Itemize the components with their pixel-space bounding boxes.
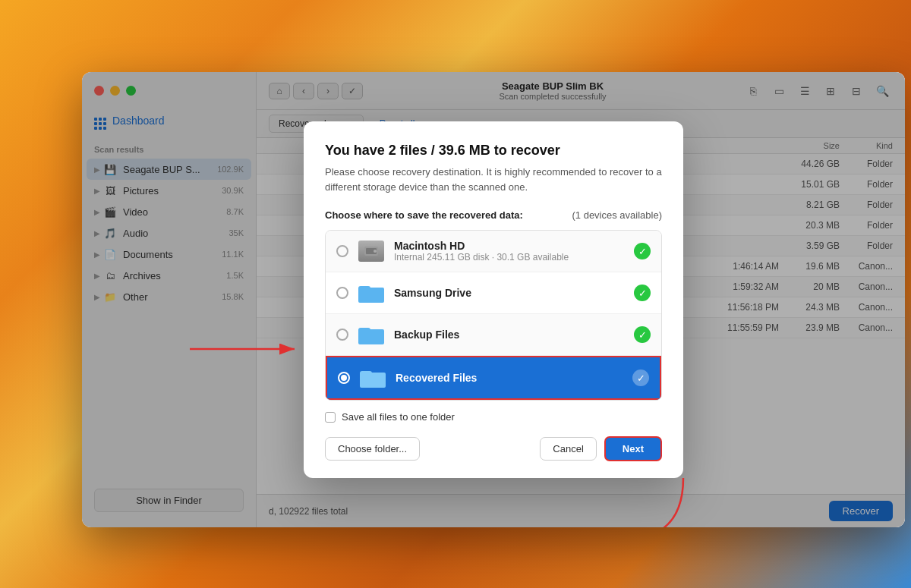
folder-icon — [358, 323, 385, 346]
left-arrow-annotation — [182, 334, 304, 364]
hd-icon — [358, 240, 385, 263]
modal-options: Save all files to one folder — [325, 411, 662, 423]
dest-info-samsung-drive: Samsung Drive — [394, 287, 625, 299]
save-all-label: Save all files to one folder — [342, 411, 455, 423]
dest-info-backup-files: Backup Files — [394, 329, 625, 341]
radio-samsung-drive[interactable] — [336, 287, 348, 299]
destination-recovered-files[interactable]: Recovered Files ✓ — [326, 356, 661, 400]
modal-choose-label: Choose where to save the recovered data:… — [325, 209, 662, 221]
destination-macintosh-hd[interactable]: Macintosh HD Internal 245.11 GB disk · 3… — [326, 231, 661, 272]
destination-samsung-drive[interactable]: Samsung Drive ✓ — [326, 272, 661, 314]
check-icon: ✓ — [634, 326, 651, 343]
devices-available: (1 devices available) — [572, 209, 662, 221]
right-arrow-annotation — [623, 470, 714, 527]
choose-label-text: Choose where to save the recovered data: — [325, 209, 523, 221]
radio-macintosh-hd[interactable] — [336, 245, 348, 257]
dest-info-macintosh-hd: Macintosh HD Internal 245.11 GB disk · 3… — [394, 240, 625, 263]
folder-icon — [359, 366, 386, 389]
save-all-checkbox[interactable] — [325, 412, 336, 423]
recovery-modal: You have 2 files / 39.6 MB to recover Pl… — [304, 121, 683, 478]
radio-backup-files[interactable] — [336, 329, 348, 341]
radio-recovered-files[interactable] — [338, 372, 350, 384]
modal-actions: Choose folder... Cancel Next — [325, 436, 662, 461]
check-icon: ✓ — [632, 369, 649, 386]
dest-info-recovered-files: Recovered Files — [396, 372, 623, 384]
choose-folder-button[interactable]: Choose folder... — [325, 437, 420, 461]
svg-point-4 — [374, 250, 377, 253]
destination-backup-files[interactable]: Backup Files ✓ — [326, 314, 661, 356]
check-icon: ✓ — [634, 243, 651, 259]
next-button[interactable]: Next — [604, 436, 662, 461]
modal-title: You have 2 files / 39.6 MB to recover — [325, 143, 662, 159]
destinations-list: Macintosh HD Internal 245.11 GB disk · 3… — [325, 230, 662, 401]
modal-description: Please choose recovery destination. It i… — [325, 165, 662, 194]
modal-overlay: You have 2 files / 39.6 MB to recover Pl… — [82, 72, 905, 527]
check-icon: ✓ — [634, 285, 651, 301]
folder-icon — [358, 281, 385, 304]
cancel-button[interactable]: Cancel — [540, 437, 596, 461]
app-window: Dashboard Scan results ▶ 💾 Seagate BUP S… — [82, 72, 905, 527]
